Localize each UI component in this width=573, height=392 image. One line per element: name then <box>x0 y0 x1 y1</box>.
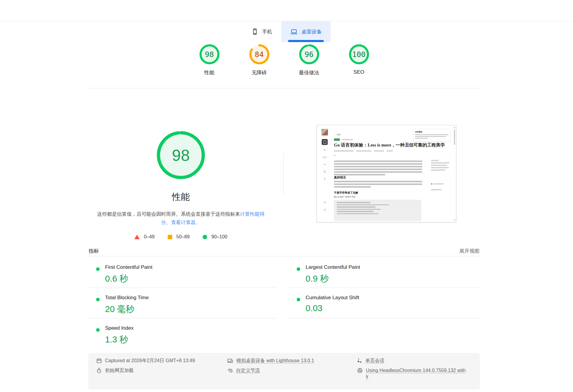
performance-summary: 98 性能 这些都是估算值，且可能会因时而异。系统会直接基于这些指标来计算性能得… <box>88 131 273 240</box>
legend-fail-range: 0–49 <box>144 234 155 240</box>
metric-status-dot <box>297 267 300 271</box>
metrics-section-title: 指标 <box>89 248 99 254</box>
chromium-icon <box>357 368 363 374</box>
scroll-down-arrow: ▼ <box>454 219 455 221</box>
score-best-practices: 96 <box>299 44 319 64</box>
section-divider <box>88 88 480 88</box>
thumb-toc <box>431 160 449 172</box>
metric-value: 0.6 秒 <box>105 273 128 285</box>
disclaimer-text: 这些都是估算值，且可能会因时而异。系统会直接基于这些指标来 <box>97 211 240 217</box>
throttling-icon <box>227 368 233 374</box>
category-scores-row: 98 性能 84 无障碍 96 最佳做法 100 SEO <box>88 44 480 88</box>
metric-name: Total Blocking Time <box>105 295 149 301</box>
page-screenshot-thumbnail[interactable]: ✎ </> ⚭ ☰ λ ◷ ↺ ← 返回 Go 语言初体验：Less is mo… <box>317 125 456 222</box>
category-gauge-best-practices[interactable]: 96 最佳做法 <box>284 44 334 88</box>
thumb-toc-active <box>431 183 444 185</box>
tab-desktop-label: 桌面设备 <box>301 28 322 35</box>
throttling-text[interactable]: 自定义节流 <box>236 367 260 374</box>
thumb-notification: 全站通知 <box>413 129 451 141</box>
category-gauge-seo[interactable]: 100 SEO <box>334 44 384 88</box>
avatar <box>321 129 328 135</box>
initial-load-text: 初始网页加载 <box>105 367 134 374</box>
score-accessibility: 84 <box>249 44 269 64</box>
metric-name: Largest Contentful Paint <box>306 264 360 270</box>
session-text[interactable]: 单页会话 <box>365 357 384 364</box>
score-legend: 0–49 50–89 90–100 <box>134 234 227 240</box>
tab-mobile[interactable]: 手机 <box>242 21 281 42</box>
metrics-divider <box>88 256 480 256</box>
category-label: SEO <box>354 69 364 75</box>
metric-row-divider <box>88 318 277 318</box>
device-tabs: 手机 桌面设备 <box>0 21 573 42</box>
thumb-notification-title: 全站通知 <box>415 131 449 133</box>
scrollbar-thumb <box>454 129 455 145</box>
metric-status-dot <box>96 298 100 301</box>
category-gauge-accessibility[interactable]: 84 无障碍 <box>234 44 284 88</box>
average-square-icon <box>168 235 172 239</box>
score-performance: 98 <box>199 44 220 64</box>
phone-icon <box>251 28 258 35</box>
performance-score: 98 <box>156 131 205 180</box>
clock-icon: ◷ <box>322 200 328 204</box>
view-calculator-link[interactable]: 查看计算器。 <box>171 220 201 225</box>
refresh-icon: ↺ <box>322 208 328 212</box>
thumb-sidebar: ✎ </> ⚭ ☰ λ ◷ ↺ <box>317 125 332 222</box>
list-icon: ☰ <box>322 170 328 173</box>
legend-average: 50–89 <box>168 234 190 240</box>
tab-mobile-label: 手机 <box>262 28 272 35</box>
category-label: 最佳做法 <box>299 69 319 76</box>
thumb-back-link: ← 返回 <box>334 133 341 136</box>
calendar-icon <box>96 358 102 364</box>
pen-icon: ✎ <box>322 149 328 152</box>
chromium-text[interactable]: Using HeadlessChromium 144.0.7559.132 wi… <box>366 367 467 380</box>
captured-at: Captured at 2026年2月24日 GMT+8 13:49 <box>96 357 195 364</box>
metric-status-dot <box>96 328 100 332</box>
thumb-code-block <box>334 200 421 221</box>
active-tab-indicator <box>288 40 324 42</box>
scroll-up-arrow: ▲ <box>454 126 455 128</box>
metric-row-divider <box>288 318 480 318</box>
metric-row-divider <box>88 288 277 288</box>
emulation-info: 模拟桌面设备 with Lighthouse 13.0.1 <box>227 357 314 364</box>
thumb-paragraph <box>334 160 422 177</box>
category-gauge-performance[interactable]: 98 性能 <box>184 44 234 88</box>
thumb-meta-row <box>334 150 393 152</box>
emulated-device-icon <box>227 358 233 364</box>
legend-good: 90–100 <box>203 234 227 240</box>
metric-name: Cumulative Layout Shift <box>306 295 359 301</box>
thumb-intro-line: 我们从这样一段例子开始： <box>334 196 357 198</box>
score-seo: 100 <box>349 44 369 64</box>
terminal-icon: λ <box>322 177 328 180</box>
vertical-divider <box>283 154 284 194</box>
score-disclaimer: 这些都是估算值，且可能会因时而异。系统会直接基于这些指标来计算性能得分。查看计算… <box>97 210 265 226</box>
fail-triangle-icon <box>134 235 140 239</box>
thumb-active-nav-icon <box>322 139 328 145</box>
code-icon: </> <box>322 156 328 159</box>
session-info: 单页会话 <box>357 357 467 364</box>
stopwatch-icon <box>96 368 102 374</box>
thumb-badge <box>334 138 340 141</box>
metric-value: 20 毫秒 <box>105 303 134 315</box>
thumb-article-title: Go 语言初体验：Less is more，一种丑但可靠的工程美学 <box>334 142 429 148</box>
thumb-heading-1: 真的很丑 <box>334 175 346 180</box>
legend-average-range: 50–89 <box>176 234 190 240</box>
category-label: 性能 <box>204 69 215 76</box>
expand-view-link[interactable]: 展开视图 <box>459 248 480 254</box>
thumb-toc-extra <box>431 189 449 192</box>
throttling-info: 自定义节流 <box>227 367 260 374</box>
metric-value: 0.03 <box>306 303 322 313</box>
laptop-icon <box>290 28 298 35</box>
emulation-text[interactable]: 模拟桌面设备 with Lighthouse 13.0.1 <box>236 357 314 364</box>
metric-name: First Contentful Paint <box>105 264 153 270</box>
tab-desktop[interactable]: 桌面设备 <box>281 21 331 42</box>
metric-status-dot <box>96 267 100 271</box>
captured-at-text: Captured at 2026年2月24日 GMT+8 13:49 <box>105 357 195 364</box>
metric-value: 1.3 秒 <box>105 334 128 346</box>
chromium-info: Using HeadlessChromium 144.0.7559.132 wi… <box>357 367 467 380</box>
good-circle-icon <box>203 235 207 239</box>
initial-load: 初始网页加载 <box>96 367 134 374</box>
thumb-badge-meta <box>342 139 353 140</box>
metric-value: 0.9 秒 <box>306 273 329 285</box>
session-icon <box>357 358 362 364</box>
legend-good-range: 90–100 <box>211 234 227 240</box>
